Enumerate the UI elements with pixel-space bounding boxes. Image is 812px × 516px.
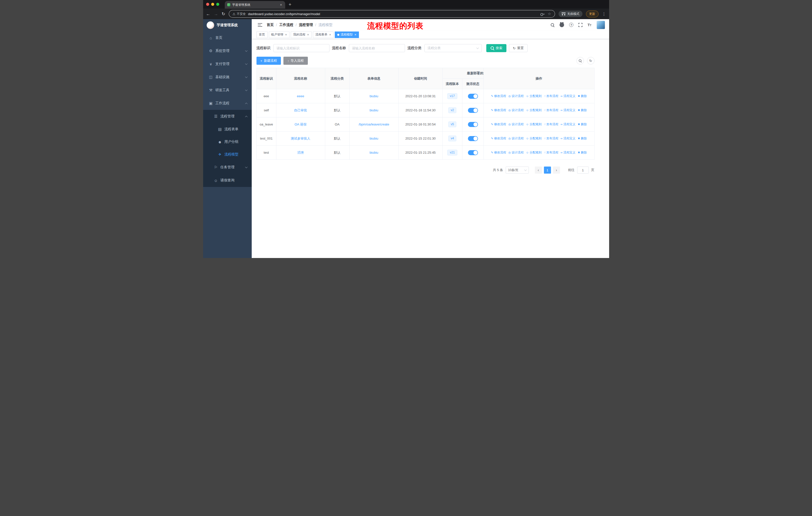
active-toggle[interactable] [468, 150, 478, 155]
process-name-link[interactable]: eeee [297, 94, 304, 98]
form-info-link[interactable]: /bpm/oa/leave/create [359, 123, 389, 126]
action-edit-link[interactable]: ✎修改流程 [491, 122, 506, 127]
action-definition-link[interactable]: ∞流程定义 [560, 136, 575, 141]
refresh-table-button[interactable]: ↻ [587, 57, 594, 64]
minimize-window-button[interactable] [211, 3, 214, 6]
maximize-window-button[interactable] [216, 3, 219, 6]
active-toggle[interactable] [468, 136, 478, 141]
action-design-link[interactable]: ◎设计流程 [509, 108, 524, 112]
new-tab-button[interactable]: + [289, 2, 291, 7]
sidebar-item-task-mgmt[interactable]: ⚐任务管理 [203, 161, 252, 174]
tag-首页[interactable]: 首页 [257, 31, 267, 38]
action-publish-link[interactable]: ☝发布流程 [544, 136, 558, 141]
sidebar-item-leave-query[interactable]: ☺请假查询 [203, 174, 252, 187]
action-design-link[interactable]: ◎设计流程 [509, 94, 524, 98]
process-name-link[interactable]: 滔博 [297, 151, 304, 155]
action-design-link[interactable]: ◎设计流程 [509, 136, 524, 141]
sidebar-item-user-group[interactable]: ☻用户分组 [203, 136, 252, 148]
toggle-search-button[interactable] [576, 57, 584, 64]
action-delete-link[interactable]: ✖删除 [578, 151, 587, 155]
form-info-link[interactable]: biubiu [370, 137, 378, 140]
action-edit-link[interactable]: ✎修改流程 [491, 108, 506, 112]
address-bar[interactable]: ⚠ 不安全 dashboard.yudao.iocoder.cn/bpm/man… [229, 10, 555, 18]
action-edit-link[interactable]: ✎修改流程 [491, 136, 506, 141]
active-toggle[interactable] [468, 94, 478, 99]
close-icon[interactable]: × [354, 33, 356, 36]
action-publish-link[interactable]: ☝发布流程 [544, 151, 558, 155]
close-icon[interactable]: × [285, 33, 287, 36]
action-delete-link[interactable]: ✖删除 [578, 94, 587, 98]
action-edit-link[interactable]: ✎修改流程 [491, 94, 506, 98]
prev-page-button[interactable]: ‹ [535, 166, 542, 173]
breadcrumb-item[interactable]: 工作流程 [279, 23, 293, 27]
search-icon[interactable] [550, 23, 554, 27]
tag-流程表单[interactable]: 流程表单× [313, 31, 334, 38]
tag-租户管理[interactable]: 租户管理× [269, 31, 290, 38]
sidebar-toggle-icon[interactable] [258, 23, 262, 27]
sidebar-item-dev-tools[interactable]: ⚒研发工具 [203, 84, 252, 97]
tab-close-icon[interactable]: × [280, 3, 283, 7]
active-toggle[interactable] [468, 108, 478, 113]
page-size-select[interactable]: 10条/页 [506, 166, 529, 173]
action-definition-link[interactable]: ∞流程定义 [560, 122, 575, 127]
goto-page-input[interactable] [577, 166, 589, 173]
form-info-link[interactable]: biubiu [370, 94, 378, 98]
action-design-link[interactable]: ◎设计流程 [509, 151, 524, 155]
action-delete-link[interactable]: ✖删除 [578, 136, 587, 141]
close-icon[interactable]: × [329, 33, 331, 36]
sidebar-item-system-mgmt[interactable]: ⚙系统管理 [203, 44, 252, 57]
breadcrumb-item[interactable]: 首页 [267, 23, 274, 27]
process-name-link[interactable]: OA 请假 [294, 123, 307, 126]
sidebar-item-process-model[interactable]: ✈流程模型 [203, 148, 252, 161]
process-name-input[interactable] [349, 44, 405, 52]
browser-menu-icon[interactable]: ⋮ [602, 11, 606, 17]
action-assign-link[interactable]: ☺分配规则 [526, 122, 542, 127]
action-publish-link[interactable]: ☝发布流程 [544, 122, 558, 127]
action-delete-link[interactable]: ✖删除 [578, 108, 587, 112]
action-assign-link[interactable]: ☺分配规则 [526, 94, 542, 98]
reset-button[interactable]: ↻ 重置 [509, 44, 528, 52]
action-assign-link[interactable]: ☺分配规则 [526, 151, 542, 155]
action-publish-link[interactable]: ☝发布流程 [544, 94, 558, 98]
action-edit-link[interactable]: ✎修改流程 [491, 151, 506, 155]
action-assign-link[interactable]: ☺分配规则 [526, 136, 542, 141]
action-definition-link[interactable]: ∞流程定义 [560, 94, 575, 98]
browser-update-button[interactable]: 更新 [586, 10, 599, 18]
search-button[interactable]: 搜索 [486, 44, 506, 52]
action-delete-link[interactable]: ✖删除 [578, 122, 587, 127]
close-window-button[interactable] [206, 3, 209, 6]
font-size-icon[interactable]: TT [587, 23, 591, 27]
tag-我的流程[interactable]: 我的流程× [291, 31, 312, 38]
sidebar-item-payment-mgmt[interactable]: ¥支付管理 [203, 57, 252, 71]
bookmark-star-icon[interactable]: ☆ [548, 11, 551, 16]
process-name-link[interactable]: 测试多审批人 [291, 137, 310, 140]
action-publish-link[interactable]: ☝发布流程 [544, 108, 558, 112]
form-info-link[interactable]: biubiu [370, 108, 378, 112]
help-icon[interactable]: ? [569, 23, 573, 27]
github-icon[interactable] [559, 23, 564, 27]
reload-button[interactable]: ↻ [222, 12, 225, 16]
action-assign-link[interactable]: ☺分配规则 [526, 108, 542, 112]
create-process-button[interactable]: + 新建流程 [257, 57, 281, 65]
current-page-button[interactable]: 1 [544, 166, 551, 173]
security-indicator[interactable]: ⚠ 不安全 [233, 12, 246, 16]
process-name-link[interactable]: 自己审批 [294, 108, 307, 112]
sidebar-item-process-form[interactable]: ▤流程表单 [203, 123, 252, 136]
action-definition-link[interactable]: ∞流程定义 [560, 151, 575, 155]
import-process-button[interactable]: ↑ 导入流程 [283, 57, 308, 65]
breadcrumb-item[interactable]: 流程管理 [299, 23, 313, 27]
sidebar-item-infrastructure[interactable]: ◫基础设施 [203, 71, 252, 84]
form-info-link[interactable]: biubiu [370, 151, 378, 155]
fullscreen-icon[interactable] [578, 23, 582, 27]
sidebar-item-home[interactable]: ⌂首页 [203, 31, 252, 44]
active-toggle[interactable] [468, 122, 478, 127]
browser-tab[interactable]: 芋道管理系统 × [225, 1, 285, 8]
user-avatar[interactable] [597, 21, 605, 29]
sidebar-item-workflow[interactable]: ▣工作流程 [203, 97, 252, 110]
back-button[interactable]: ← [206, 12, 210, 16]
forward-button[interactable]: → [214, 12, 218, 16]
process-key-input[interactable] [273, 44, 329, 52]
action-design-link[interactable]: ◎设计流程 [509, 122, 524, 127]
close-icon[interactable]: × [307, 33, 309, 36]
process-category-select[interactable]: 流程分类 [424, 44, 482, 52]
